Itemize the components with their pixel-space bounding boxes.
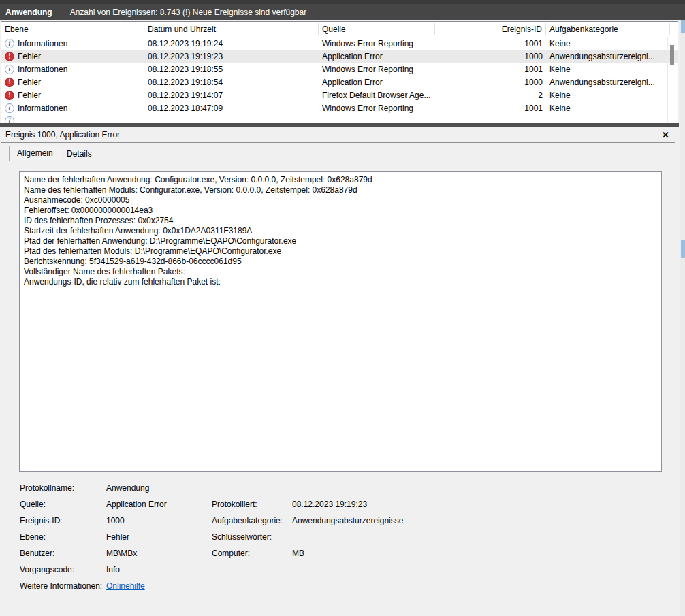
row-category: Anwendungsabsturzereigni... (546, 78, 670, 87)
field-label: Protokollname: (20, 483, 106, 493)
event-list-scrollbar[interactable] (667, 37, 675, 123)
field-row: Benutzer: MB\MBx Computer: MB (7, 545, 679, 562)
field-value: Anwendung (106, 483, 212, 493)
event-list: Ebene Datum und Uhrzeit Quelle Ereignis-… (1, 21, 678, 123)
event-list-header: Ebene Datum und Uhrzeit Quelle Ereignis-… (1, 22, 678, 37)
row-source: Windows Error Reporting (319, 65, 435, 74)
field-label: Protokolliert: (212, 500, 292, 509)
column-header-category[interactable]: Aufgabenkategorie (546, 23, 670, 35)
general-tab-panel: Name der fehlerhaften Anwendung: Configu… (7, 161, 678, 598)
field-row: Ereignis-ID: 1000 Aufgabenkategorie: Anw… (7, 513, 679, 529)
table-row-selected[interactable]: !Fehler 08.12.2023 19:19:23 Application … (1, 50, 678, 63)
column-header-event-id[interactable]: Ereignis-ID (435, 23, 546, 35)
error-icon: ! (5, 91, 14, 100)
field-value: Application Error (106, 500, 212, 509)
field-label: Benutzer: (20, 549, 106, 558)
error-icon: ! (5, 52, 14, 61)
field-label: Schlüsselwörter: (212, 532, 292, 542)
description-line: Vollständiger Name des fehlerhaften Pake… (24, 267, 657, 277)
field-label: Aufgabenkategorie: (212, 516, 292, 525)
table-row[interactable]: !Fehler 08.12.2023 19:14:07 Firefox Defa… (1, 88, 678, 101)
row-event-id: 1001 (435, 103, 546, 113)
detail-pane-header: Ereignis 1000, Application Error ✕ (0, 129, 679, 141)
log-name: Anwendung (5, 7, 52, 17)
table-row[interactable]: !Fehler 08.12.2023 19:18:54 Application … (1, 76, 678, 88)
field-value: MB (292, 549, 679, 558)
description-line: ID des fehlerhaften Prozesses: 0x0x2754 (24, 216, 657, 226)
column-header-datetime[interactable]: Datum und Uhrzeit (144, 23, 319, 35)
event-description-box[interactable]: Name der fehlerhaften Anwendung: Configu… (19, 171, 662, 472)
row-datetime: 08.12.2023 19:18:55 (144, 65, 319, 74)
description-line: Name des fehlerhaften Moduls: Configurat… (24, 185, 657, 195)
field-row: Weitere Informationen: Onlinehilfe (7, 578, 679, 594)
field-value: Anwendungsabsturzereignisse (292, 516, 679, 525)
field-label: Ebene: (20, 532, 106, 542)
row-datetime: 08.12.2023 19:19:24 (144, 39, 319, 48)
field-row: Protokollname: Anwendung (7, 480, 679, 496)
field-value: 1000 (106, 516, 212, 525)
field-label: Computer: (212, 549, 292, 558)
field-value: Info (106, 565, 212, 574)
row-category: Keine (546, 39, 670, 48)
info-icon: i (5, 103, 14, 113)
table-row-partial[interactable]: i (1, 114, 678, 123)
row-category: Keine (546, 91, 670, 100)
field-row: Quelle: Application Error Protokolliert:… (7, 496, 679, 513)
row-event-id: 1001 (435, 65, 546, 74)
window-scrollbar-thumb[interactable] (681, 240, 685, 258)
row-category: Keine (546, 103, 670, 113)
field-label: Ereignis-ID: (20, 516, 106, 525)
field-value: MB\MBx (106, 549, 212, 558)
row-datetime: 08.12.2023 19:18:54 (144, 78, 319, 87)
tab-details[interactable]: Details (60, 148, 99, 161)
row-level: Informationen (18, 103, 67, 113)
description-line: Pfad des fehlerhaften Moduls: D:\Program… (24, 246, 657, 257)
event-list-scrollbar-thumb[interactable] (670, 45, 674, 65)
description-line: Name der fehlerhaften Anwendung: Configu… (24, 175, 657, 185)
table-row[interactable]: iInformationen 08.12.2023 18:47:09 Windo… (1, 101, 678, 114)
row-category: Anwendungsabsturzereigni... (546, 52, 670, 61)
column-header-source[interactable]: Quelle (319, 23, 435, 35)
event-detail-pane: Ereignis 1000, Application Error ✕ Allge… (0, 127, 679, 609)
row-datetime: 08.12.2023 19:14:07 (144, 91, 319, 100)
row-source: Application Error (319, 52, 435, 61)
window-scrollbar[interactable] (680, 20, 685, 616)
row-level: Fehler (18, 78, 41, 87)
row-level: Fehler (18, 52, 41, 61)
event-fields: Protokollname: Anwendung Quelle: Applica… (7, 480, 679, 594)
online-help-link[interactable]: Onlinehilfe (106, 581, 145, 591)
row-source: Windows Error Reporting (319, 103, 435, 113)
row-datetime: 08.12.2023 18:47:09 (144, 103, 319, 113)
description-line: Ausnahmecode: 0xc0000005 (24, 195, 657, 206)
table-row[interactable]: iInformationen 08.12.2023 19:18:55 Windo… (1, 63, 678, 76)
row-level: Fehler (18, 91, 41, 100)
row-event-id: 1001 (435, 39, 546, 48)
close-icon[interactable]: ✕ (659, 130, 672, 140)
row-category: Keine (546, 65, 670, 74)
pane-separator (1, 142, 675, 143)
row-source: Windows Error Reporting (319, 39, 435, 48)
description-line: Anwendungs-ID, die relativ zum fehlerhaf… (24, 277, 657, 287)
row-source: Firefox Default Browser Age... (319, 91, 435, 100)
field-label: Vorgangscode: (20, 565, 106, 574)
description-line: Fehleroffset: 0x0000000000014ea3 (24, 206, 657, 216)
window-scrollbar-thumb[interactable] (681, 20, 685, 33)
field-value: Fehler (106, 532, 212, 542)
column-header-level[interactable]: Ebene (1, 23, 144, 35)
info-icon: i (5, 39, 14, 48)
field-value: 08.12.2023 19:19:23 (292, 500, 679, 509)
info-icon: i (5, 116, 14, 124)
tab-allgemein[interactable]: Allgemein (9, 146, 61, 161)
field-label: Quelle: (20, 500, 106, 509)
row-event-id: 2 (435, 91, 546, 100)
field-label: Weitere Informationen: (20, 581, 106, 591)
field-row: Vorgangscode: Info (7, 562, 679, 578)
row-level: Informationen (18, 65, 67, 74)
row-source: Application Error (319, 78, 435, 87)
row-level: Informationen (18, 39, 67, 48)
description-line: Berichtskennung: 5f341529-a619-432d-866b… (24, 257, 657, 267)
row-event-id: 1000 (435, 52, 546, 61)
table-row[interactable]: iInformationen 08.12.2023 19:19:24 Windo… (1, 37, 678, 50)
log-status-bar: Anwendung Anzahl von Ereignissen: 8.743 … (0, 0, 685, 20)
error-icon: ! (5, 78, 14, 87)
